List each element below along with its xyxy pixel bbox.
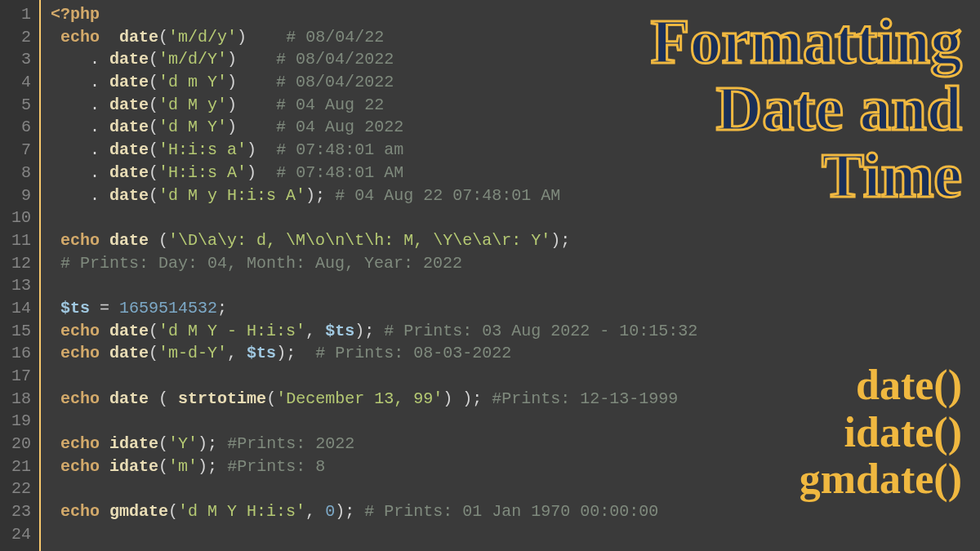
- op: (: [158, 389, 178, 408]
- op: ): [227, 118, 237, 136]
- lineno: 8: [0, 162, 31, 184]
- indent: [51, 73, 90, 91]
- fn: idate: [109, 457, 158, 476]
- space: [237, 96, 276, 114]
- op: (: [158, 28, 168, 47]
- indent: [51, 186, 90, 205]
- space: [100, 457, 109, 476]
- keyword: echo: [60, 502, 100, 521]
- fn: date: [109, 322, 149, 340]
- fn: date: [109, 118, 149, 136]
- string: 'm/d/y': [168, 28, 237, 47]
- comment: #Prints: 12-13-1999: [492, 389, 678, 408]
- space: [100, 28, 119, 47]
- dot: .: [90, 140, 109, 159]
- comment: #Prints: 8: [227, 457, 325, 476]
- op: ,: [227, 344, 247, 362]
- space: [100, 389, 109, 408]
- lineno: 14: [0, 297, 31, 320]
- comment: # Prints: Day: 04, Month: Aug, Year: 202…: [60, 254, 462, 273]
- comment: # Prints: 03 Aug 2022 - 10:15:32: [384, 322, 697, 340]
- comment: # 08/04/22: [286, 28, 384, 47]
- op: );: [276, 344, 296, 362]
- variable: $ts: [60, 299, 90, 318]
- space: [237, 118, 276, 136]
- string: 'd m Y': [158, 73, 227, 91]
- string: 'd M Y - H:i:s': [158, 322, 305, 340]
- op: ): [247, 140, 256, 159]
- lineno: 23: [0, 500, 31, 523]
- fn: date: [109, 163, 149, 182]
- fn: date: [119, 28, 158, 47]
- op: ,: [305, 322, 325, 340]
- lineno: 6: [0, 116, 31, 139]
- line-gutter: 1 2 3 4 5 6 7 8 9 10 11 12 13 14 15 16 1…: [0, 0, 41, 551]
- code-line-blank: [51, 523, 980, 546]
- dot: .: [90, 186, 109, 205]
- op: (: [149, 50, 158, 69]
- op: (: [149, 73, 158, 91]
- space: [217, 434, 227, 453]
- op: );: [354, 322, 374, 340]
- op: (: [149, 186, 158, 205]
- lineno: 11: [0, 229, 31, 252]
- string: 'H:i:s a': [158, 140, 247, 159]
- space: [100, 231, 109, 250]
- op: );: [198, 434, 217, 453]
- lineno: 12: [0, 252, 31, 275]
- fn: idate: [109, 434, 158, 453]
- code-line: echo gmdate('d M Y H:i:s', 0); # Prints:…: [51, 500, 980, 523]
- function-idate: idate(): [800, 409, 962, 455]
- fn: gmdate: [109, 502, 168, 521]
- space: [247, 28, 286, 47]
- space: [482, 389, 492, 408]
- string: 'm': [168, 457, 198, 476]
- space: [256, 163, 276, 182]
- op: =: [90, 299, 119, 318]
- function-date: date(): [800, 362, 962, 408]
- string: 'm/d/Y': [158, 50, 227, 69]
- title-line-3: Time: [651, 142, 962, 209]
- variable: $ts: [247, 344, 276, 362]
- comment: # 07:48:01 am: [276, 140, 403, 159]
- fn: date: [109, 140, 149, 159]
- space: [100, 322, 109, 340]
- space: [374, 322, 384, 340]
- op: ): [227, 50, 237, 69]
- dot: .: [90, 50, 109, 69]
- number: 1659514532: [119, 299, 217, 318]
- dot: .: [90, 73, 109, 91]
- dot: .: [90, 163, 109, 182]
- op: ): [247, 163, 256, 182]
- string: 'd M Y': [158, 118, 227, 136]
- lineno: 19: [0, 410, 31, 433]
- comment: # 04 Aug 22: [276, 96, 384, 114]
- fn: date: [109, 389, 149, 408]
- lineno: 10: [0, 207, 31, 229]
- op: ,: [305, 502, 325, 521]
- comment: # Prints: 08-03-2022: [315, 344, 511, 362]
- op: (: [149, 344, 158, 362]
- fn: date: [109, 186, 149, 205]
- lineno: 22: [0, 478, 31, 500]
- lineno: 5: [0, 94, 31, 117]
- fn: strtotime: [178, 389, 266, 408]
- op: );: [198, 457, 217, 476]
- indent: [51, 163, 90, 182]
- comment: # 07:48:01 AM: [276, 163, 403, 182]
- string: 'd M y': [158, 96, 227, 114]
- lineno: 13: [0, 274, 31, 297]
- function-gmdate: gmdate(): [800, 455, 962, 502]
- op: ) );: [443, 389, 482, 408]
- space: [149, 231, 158, 250]
- keyword: echo: [60, 344, 100, 362]
- lineno: 9: [0, 184, 31, 207]
- code-line-blank: [51, 274, 980, 297]
- comment: # 04 Aug 2022: [276, 118, 403, 136]
- op: (: [266, 389, 276, 408]
- comment: # 04 Aug 22 07:48:01 AM: [335, 186, 560, 205]
- number: 0: [325, 502, 335, 521]
- dot: .: [90, 118, 109, 136]
- lineno: 17: [0, 365, 31, 388]
- op: (: [149, 96, 158, 114]
